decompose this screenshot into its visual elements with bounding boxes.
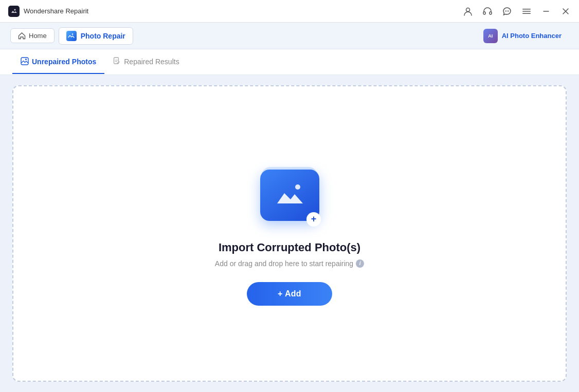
drop-zone[interactable]: + Import Corrupted Photo(s) Add or drag … bbox=[12, 85, 567, 382]
home-button[interactable]: Home bbox=[10, 28, 55, 43]
photo-repair-tab[interactable]: Photo Repair bbox=[59, 27, 133, 45]
nav-right: AI AI Photo Enhancer bbox=[476, 26, 569, 46]
ai-badge: AI bbox=[483, 29, 498, 43]
svg-point-14 bbox=[72, 33, 73, 34]
svg-point-7 bbox=[508, 10, 509, 11]
headphones-icon[interactable] bbox=[482, 6, 493, 16]
svg-rect-15 bbox=[21, 58, 28, 65]
nav-bar: Home Photo Repair AI AI Photo Enhancer bbox=[0, 23, 579, 49]
svg-point-18 bbox=[295, 184, 300, 190]
svg-point-2 bbox=[466, 8, 470, 11]
menu-icon[interactable] bbox=[521, 6, 532, 16]
repaired-tab-icon bbox=[113, 57, 121, 67]
info-icon[interactable]: i bbox=[356, 259, 364, 268]
title-bar-left: Wondershare Repairit bbox=[8, 6, 88, 17]
svg-rect-9 bbox=[522, 11, 531, 12]
unrepaired-tab-label: Unrepaired Photos bbox=[32, 58, 96, 66]
title-bar-right bbox=[463, 6, 571, 16]
ai-enhancer-button[interactable]: AI AI Photo Enhancer bbox=[476, 26, 569, 46]
add-button[interactable]: + Add bbox=[247, 282, 332, 306]
tab-repaired[interactable]: Repaired Results bbox=[104, 51, 187, 74]
photo-repair-icon bbox=[66, 31, 77, 41]
ai-enhancer-label: AI Photo Enhancer bbox=[502, 32, 562, 40]
svg-rect-17 bbox=[114, 58, 119, 64]
minimize-button[interactable] bbox=[541, 6, 551, 16]
photo-repair-label: Photo Repair bbox=[81, 32, 125, 40]
svg-rect-10 bbox=[522, 13, 531, 14]
svg-point-16 bbox=[25, 59, 27, 60]
import-title: Import Corrupted Photo(s) bbox=[219, 241, 360, 254]
import-subtitle-text: Add or drag and drop here to start repai… bbox=[215, 259, 353, 268]
import-subtitle: Add or drag and drop here to start repai… bbox=[215, 259, 364, 268]
home-label: Home bbox=[29, 32, 47, 40]
unrepaired-tab-icon bbox=[21, 57, 29, 67]
content-area: Unrepaired Photos Repaired Results bbox=[0, 49, 579, 392]
close-button[interactable] bbox=[560, 6, 571, 16]
svg-point-1 bbox=[14, 9, 16, 10]
app-icon bbox=[8, 6, 20, 17]
svg-rect-4 bbox=[490, 12, 492, 14]
upload-icon-wrapper: + bbox=[256, 162, 323, 229]
drop-zone-wrapper: + Import Corrupted Photo(s) Add or drag … bbox=[0, 75, 579, 392]
title-bar: Wondershare Repairit bbox=[0, 0, 579, 23]
svg-rect-0 bbox=[10, 8, 17, 15]
tab-unrepaired[interactable]: Unrepaired Photos bbox=[12, 51, 104, 74]
svg-point-5 bbox=[505, 10, 506, 11]
chat-icon[interactable] bbox=[502, 6, 512, 16]
svg-point-6 bbox=[506, 10, 508, 11]
user-icon[interactable] bbox=[463, 6, 473, 16]
app-title: Wondershare Repairit bbox=[24, 7, 88, 15]
repaired-tab-label: Repaired Results bbox=[124, 58, 179, 66]
plus-badge: + bbox=[306, 212, 321, 227]
svg-rect-8 bbox=[522, 9, 531, 10]
nav-left: Home Photo Repair bbox=[10, 27, 133, 45]
svg-rect-3 bbox=[483, 12, 485, 14]
tabs-bar: Unrepaired Photos Repaired Results bbox=[0, 49, 579, 75]
